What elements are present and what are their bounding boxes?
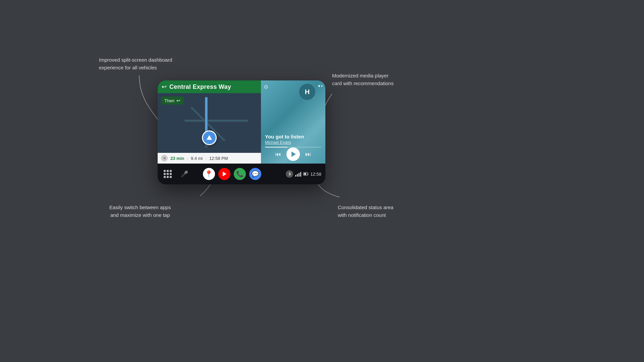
media-panel[interactable]: ⚙ H You got to listen Michael Evans	[261, 80, 325, 164]
turn-icon: ↩	[162, 83, 167, 90]
street-name: Central Express Way	[169, 83, 231, 90]
nav-time: 23 min	[170, 156, 184, 161]
dot-1	[318, 85, 320, 87]
navigation-header: ↩ Central Express Way	[158, 80, 261, 93]
battery-icon	[303, 172, 308, 176]
navigation-arrow	[202, 130, 217, 145]
direction-triangle	[207, 135, 212, 140]
messages-icon: 💬	[252, 170, 259, 178]
navigation-bottom-bar: ✕ 23 min · 9.4 mi · 12:58 PM	[158, 153, 261, 164]
media-avatar: H	[299, 84, 315, 100]
dot-2	[321, 85, 323, 87]
play-icon	[291, 152, 296, 157]
skip-forward-button[interactable]: ⏭	[305, 151, 311, 158]
song-title: You got to listen	[265, 134, 321, 139]
play-pause-button[interactable]	[286, 147, 300, 161]
nav-eta: 12:58 PM	[209, 156, 228, 161]
media-top-icons: ⚙	[264, 84, 268, 90]
skip-back-button[interactable]: ⏮	[275, 151, 281, 158]
media-pagination-dots	[318, 85, 323, 87]
media-song-info: You got to listen Michael Evans	[265, 134, 321, 145]
taskbar-left-icons: 🎤	[162, 168, 191, 180]
nav-separator-dot: ·	[187, 156, 188, 161]
annotation-top-left: Improved split-screen dashboard experien…	[99, 56, 172, 71]
youtube-app-button[interactable]	[218, 168, 230, 180]
taskbar-app-icons: 📍 📞 💬	[203, 168, 261, 180]
annotation-bottom-right: Consolidated status area with notificati…	[338, 204, 393, 219]
phone-icon: 📞	[236, 170, 244, 178]
split-screen: ↩ Central Express Way Then ↩ ✕ 23 min · …	[158, 80, 325, 164]
settings-icon[interactable]: ⚙	[264, 84, 268, 90]
maps-app-button[interactable]: 📍	[203, 168, 215, 180]
artist-name: Michael Evans	[265, 140, 321, 145]
device-screen: ↩ Central Express Way Then ↩ ✕ 23 min · …	[158, 80, 325, 184]
location-indicator	[202, 130, 217, 145]
phone-app-button[interactable]: 📞	[234, 168, 246, 180]
microphone-button[interactable]: 🎤	[178, 168, 191, 180]
status-clock: 12:58	[310, 172, 321, 177]
youtube-icon	[223, 172, 226, 176]
nav-separator-dot2: ·	[205, 156, 207, 161]
annotation-top-right: Modernized media player card with recomm…	[332, 72, 393, 87]
notification-badge: 3	[286, 170, 293, 178]
nav-then-indicator: Then ↩	[161, 97, 184, 105]
signal-icon	[295, 171, 301, 177]
microphone-icon: 🎤	[181, 170, 188, 178]
taskbar: 🎤 📍 📞 💬 3	[158, 164, 325, 184]
nav-distance: 9.4 mi	[191, 156, 203, 161]
grid-icon	[164, 170, 172, 178]
then-arrow-icon: ↩	[176, 98, 180, 103]
then-label: Then	[164, 98, 174, 103]
media-controls: ⏮ ⏭	[261, 147, 325, 161]
apps-grid-button[interactable]	[162, 168, 174, 180]
annotation-bottom-left: Easily switch between apps and maximize …	[109, 204, 171, 219]
maps-icon: 📍	[205, 170, 213, 178]
nav-close-button[interactable]: ✕	[161, 155, 168, 162]
messages-app-button[interactable]: 💬	[249, 168, 261, 180]
taskbar-status-area: 3 12:58	[286, 170, 321, 178]
navigation-panel[interactable]: ↩ Central Express Way Then ↩ ✕ 23 min · …	[158, 80, 261, 164]
